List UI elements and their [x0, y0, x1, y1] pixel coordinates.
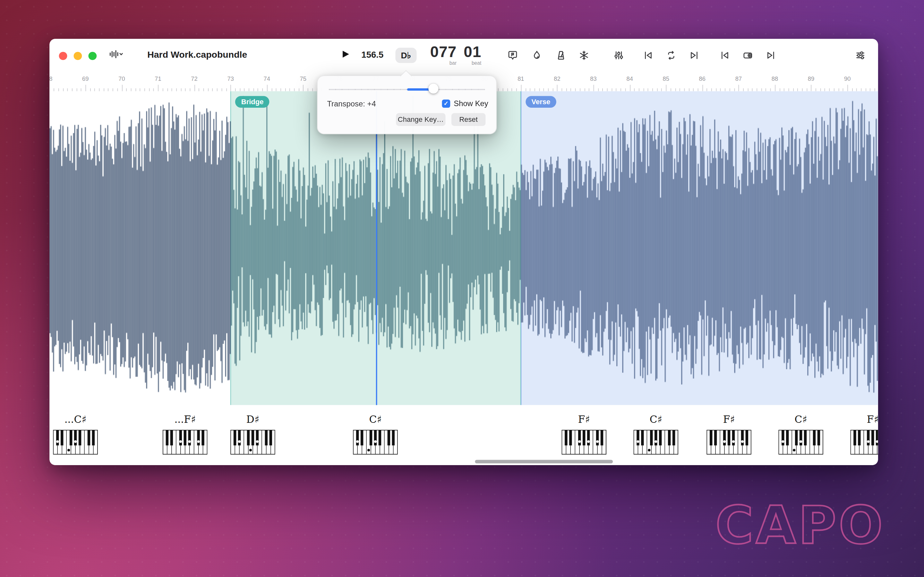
- ruler-tick: [666, 85, 667, 91]
- chord-item[interactable]: ...C♯: [49, 412, 102, 457]
- playhead[interactable]: [376, 91, 377, 405]
- ruler-tick: [875, 88, 875, 91]
- ruler-tick: [108, 88, 109, 91]
- ruler-tick: [199, 88, 200, 91]
- ruler-tick: [847, 85, 848, 91]
- mixer-button[interactable]: [609, 46, 628, 66]
- piano-diagram-icon: [774, 430, 827, 457]
- ruler-tick: [240, 88, 240, 91]
- transpose-slider-knob[interactable]: [428, 84, 438, 93]
- ruler-tick: [244, 88, 245, 91]
- bar-number-label: 70: [115, 75, 129, 82]
- horizontal-scrollbar[interactable]: [475, 460, 613, 463]
- ruler-tick: [208, 88, 208, 91]
- show-key-checkbox[interactable]: ✓: [442, 99, 451, 107]
- ruler-tick: [603, 88, 603, 91]
- bar-number-label: 69: [78, 75, 92, 82]
- ruler-tick: [103, 88, 104, 91]
- ruler-tick: [571, 88, 572, 91]
- show-key-control[interactable]: ✓ Show Key: [442, 99, 488, 108]
- metronome-button[interactable]: [551, 46, 571, 66]
- ruler-tick: [720, 88, 721, 91]
- chord-item[interactable]: ...F♯: [158, 412, 212, 457]
- chord-item[interactable]: C♯: [349, 412, 402, 457]
- ruler-tick: [652, 88, 653, 91]
- ruler-tick: [843, 88, 843, 91]
- key-button[interactable]: D♭: [395, 48, 417, 63]
- chord-label: F♯: [846, 412, 878, 426]
- piano-diagram-icon: [630, 430, 682, 457]
- piano-diagram-icon: [49, 430, 102, 457]
- view-options-icon: [855, 49, 866, 63]
- waveform-canvas[interactable]: [49, 91, 878, 405]
- bar-number-label: 90: [840, 75, 855, 82]
- ruler-tick: [126, 88, 127, 91]
- ruler-tick: [498, 88, 499, 91]
- change-key-button[interactable]: Change Key…: [396, 113, 445, 126]
- ruler-tick: [226, 88, 227, 91]
- tempo-display[interactable]: 156.5: [352, 47, 393, 63]
- reset-button[interactable]: Reset: [451, 113, 486, 126]
- ruler-tick: [535, 88, 535, 91]
- punch-loop-button[interactable]: [738, 46, 758, 66]
- ruler-tick: [820, 88, 821, 91]
- ruler-tick: [861, 88, 862, 91]
- chord-item[interactable]: F♯: [557, 412, 611, 457]
- waveform-view-dropdown[interactable]: [108, 47, 124, 63]
- chord-item[interactable]: F♯: [846, 412, 878, 457]
- ruler-tick: [834, 88, 835, 91]
- chord-item[interactable]: C♯: [774, 412, 827, 457]
- minimize-button[interactable]: [74, 52, 82, 60]
- flame-button[interactable]: [527, 46, 547, 66]
- ruler-tick: [612, 88, 612, 91]
- ruler-tick: [53, 88, 54, 91]
- ruler-tick: [530, 88, 531, 91]
- skip-start-icon: [642, 49, 654, 63]
- snowflake-button[interactable]: [574, 46, 594, 66]
- ruler-tick: [552, 88, 553, 91]
- ruler-tick: [662, 88, 662, 91]
- ruler-tick: [580, 88, 580, 91]
- ruler-tick: [584, 88, 585, 91]
- chord-item[interactable]: F♯: [702, 412, 755, 457]
- bar-number-label: 84: [623, 75, 637, 82]
- view-options-button[interactable]: [850, 46, 870, 66]
- chord-item[interactable]: C♯: [630, 412, 682, 457]
- waveform-area[interactable]: BridgeVerse: [49, 91, 878, 405]
- ruler-tick: [806, 88, 807, 91]
- ruler-tick: [539, 88, 540, 91]
- ruler-tick: [698, 88, 698, 91]
- loop-button[interactable]: [661, 46, 681, 66]
- beat-label: beat: [472, 60, 481, 66]
- ruler-tick: [589, 88, 590, 91]
- sections-button[interactable]: [503, 46, 523, 66]
- skip-start-button[interactable]: [638, 46, 658, 66]
- ruler-tick: [267, 85, 268, 91]
- ruler-tick: [231, 85, 231, 91]
- close-button[interactable]: [59, 52, 67, 60]
- ruler-tick: [99, 88, 100, 91]
- region-label-verse[interactable]: Verse: [525, 96, 556, 108]
- ruler-tick: [136, 88, 136, 91]
- chord-item[interactable]: D♯: [226, 412, 279, 457]
- ruler-tick: [766, 88, 766, 91]
- next-marker-button[interactable]: [761, 46, 780, 66]
- prev-marker-button[interactable]: [715, 46, 735, 66]
- piano-diagram-icon: [158, 430, 212, 457]
- bar-counter: 077 bar: [430, 44, 457, 66]
- ruler-tick: [235, 88, 236, 91]
- ruler-tick: [503, 88, 503, 91]
- ruler-tick: [543, 88, 544, 91]
- ruler-tick: [711, 88, 712, 91]
- zoom-button[interactable]: [89, 52, 97, 60]
- chord-label: F♯: [702, 412, 755, 426]
- skip-end-button[interactable]: [684, 46, 704, 66]
- ruler-tick: [616, 88, 617, 91]
- play-button[interactable]: [338, 47, 353, 63]
- piano-diagram-icon: [702, 430, 755, 457]
- ruler-tick: [176, 88, 177, 91]
- region-label-bridge[interactable]: Bridge: [235, 96, 270, 108]
- beat-number: 01: [464, 44, 481, 60]
- ruler-tick: [756, 88, 757, 91]
- ruler-tick: [793, 88, 794, 91]
